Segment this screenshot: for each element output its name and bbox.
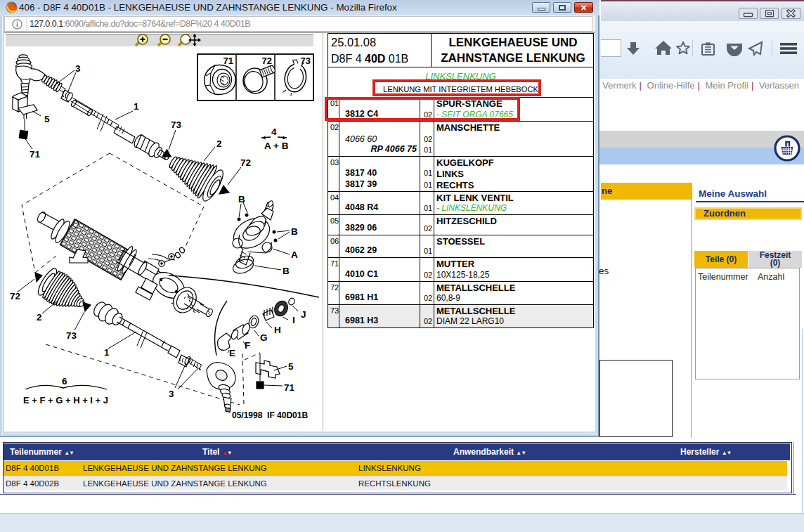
svg-text:5: 5 xyxy=(44,114,50,124)
svg-text:A + B: A + B xyxy=(264,141,289,151)
svg-text:B: B xyxy=(283,266,290,276)
svg-text:I: I xyxy=(292,315,295,325)
svg-text:73: 73 xyxy=(301,56,311,66)
svg-text:71: 71 xyxy=(223,56,233,66)
svg-text:73: 73 xyxy=(66,330,77,341)
svg-text:4: 4 xyxy=(271,126,277,137)
svg-text:6: 6 xyxy=(62,376,67,387)
svg-text:71: 71 xyxy=(30,149,41,160)
svg-text:3: 3 xyxy=(75,63,81,74)
svg-text:73: 73 xyxy=(171,119,182,130)
svg-text:72: 72 xyxy=(262,56,272,66)
svg-text:71: 71 xyxy=(284,382,295,393)
svg-text:B: B xyxy=(291,226,298,237)
svg-text:5: 5 xyxy=(288,361,294,372)
svg-text:1: 1 xyxy=(104,347,110,358)
svg-text:1: 1 xyxy=(134,101,139,112)
svg-text:05/1998 IF 40D01B: 05/1998 IF 40D01B xyxy=(232,410,308,420)
svg-text:J: J xyxy=(301,309,306,320)
svg-text:F: F xyxy=(245,340,250,351)
svg-text:3: 3 xyxy=(169,389,174,399)
svg-text:G: G xyxy=(260,332,268,343)
svg-text:B: B xyxy=(238,194,245,205)
svg-text:E: E xyxy=(229,348,235,358)
svg-text:72: 72 xyxy=(240,157,251,168)
svg-text:H: H xyxy=(274,325,281,335)
svg-text:2: 2 xyxy=(37,312,42,323)
svg-text:E + F + G + H + I + J: E + F + G + H + I + J xyxy=(23,395,108,406)
svg-text:72: 72 xyxy=(10,291,20,301)
svg-text:2: 2 xyxy=(216,138,222,149)
svg-text:A: A xyxy=(291,249,298,260)
